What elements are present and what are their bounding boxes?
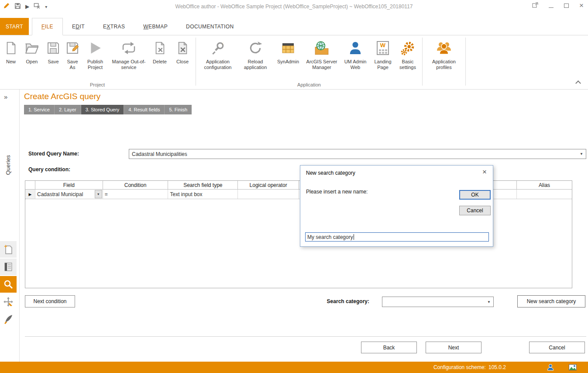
dialog-close-icon[interactable]: × [482,169,487,176]
new-query-icon [3,244,13,255]
status-map-icon[interactable] [569,364,577,372]
ribbon-close-button[interactable]: Close [171,36,194,66]
window-controls: × [532,2,584,10]
stored-query-name-combobox[interactable]: Cadastral Municipalities ▼ [129,149,586,159]
dialog-cancel-button[interactable]: Cancel [459,206,491,215]
wizard-step-stored-query[interactable]: 3. Stored Query [81,105,124,114]
ribbon-divider [196,38,196,86]
grid-header-marker [25,181,35,189]
sidebar-search-tool-button[interactable] [0,276,17,293]
ribbon-synadmin-button[interactable]: SynAdmin [273,36,303,66]
cell-search-field-type[interactable]: Text input box [168,190,238,199]
out-of-service-icon[interactable] [34,3,41,11]
chevron-down-icon[interactable]: ▼ [487,300,491,304]
status-bar: Configuration scheme: 105.0.2 [0,362,588,373]
ribbon-basic-settings-button[interactable]: Basic settings [395,36,420,71]
ribbon-save-as-button[interactable]: Save As [64,36,81,71]
next-button[interactable]: Next [426,342,481,353]
cell-condition[interactable]: = [103,190,168,199]
sidebar-new-query-button[interactable] [0,241,17,258]
ribbon-reload-application-button[interactable]: Reload application [238,36,273,71]
minimize-icon[interactable] [549,7,554,8]
dialog-ok-button[interactable]: OK [459,190,491,200]
ribbon-um-admin-web-button[interactable]: UM Admin Web [340,36,371,71]
tab-file[interactable]: FILE [32,18,63,35]
ribbon-new-button[interactable]: New [1,36,21,66]
save-as-icon [65,37,79,59]
new-name-input[interactable]: My search category [305,232,489,242]
cell-field[interactable]: Cadastral Municipal ▼ [35,190,103,199]
ribbon-group-project: New Open Save Save As Publish Project Ma… [0,35,195,89]
ribbon-application-profiles-button[interactable]: Application profiles [424,36,464,71]
close-document-icon [176,37,189,59]
ribbon-manage-out-of-service-button[interactable]: Manage Out-of-service [109,36,148,71]
wizard-step-layer[interactable]: 2. Layer [55,105,81,114]
cell-logical-operator[interactable] [238,190,299,199]
sidebar: » Queries [0,90,20,362]
query-condition-label: Query condition: [28,166,70,173]
next-condition-button[interactable]: Next condition [25,295,75,307]
tab-extras[interactable]: EXTRAS [94,18,134,35]
ribbon-arcgis-server-manager-button[interactable]: ArcGIS Server Manager [303,36,340,71]
grid-header-alias[interactable]: Alias [517,181,572,189]
edit-pen-icon[interactable] [3,2,10,11]
ribbon-publish-project-button[interactable]: Publish Project [81,36,109,71]
arcgis-globe-icon [314,37,330,59]
quill-pen-icon [3,314,13,325]
popout-window-icon[interactable] [532,2,538,10]
chevron-down-icon: ▼ [97,193,100,196]
expand-panel-icon[interactable]: » [4,93,7,100]
dialog-prompt: Please insert a new name: [306,189,368,195]
ribbon-open-button[interactable]: Open [21,36,43,66]
cancel-button[interactable]: Cancel [529,342,585,353]
title-bar: ▶ ▾ WebOffice author - WebOffice Sample … [0,0,588,13]
back-button[interactable]: Back [361,342,417,353]
wizard-step-result-fields[interactable]: 4. Result fields [124,105,165,114]
tab-webmap[interactable]: WEBMAP [134,18,177,35]
grid-header-field[interactable]: Field [35,181,103,189]
sidebar-toolbar [0,241,17,328]
ribbon-delete-button[interactable]: Delete [148,36,171,66]
ribbon-save-button[interactable]: Save [43,36,64,66]
tab-edit[interactable]: EDIT [63,18,94,35]
grid-header-search-field-type[interactable]: Search field type [168,181,238,189]
ribbon-group-profiles: Application profiles [423,35,464,89]
window-title: WebOffice author - WebOffice Sample Proj… [87,3,501,10]
notebook-icon [3,262,13,272]
configuration-scheme-label: Configuration scheme: [433,364,486,370]
chevron-down-icon[interactable]: ▼ [580,152,583,156]
search-category-label: Search category: [299,298,369,304]
ribbon-group-label-application: Application [198,82,420,89]
status-user-icon[interactable] [547,364,554,373]
tab-start[interactable]: START [0,18,29,35]
grid-header-logical-operator[interactable]: Logical operator [238,181,299,189]
ribbon-landing-page-button[interactable]: W Landing Page [371,36,395,71]
publish-play-icon [88,37,103,59]
row-marker-icon: ▶ [29,192,32,197]
synadmin-table-icon [281,37,296,59]
configuration-scheme-value: 105.0.2 [488,364,506,370]
gears-settings-icon [400,37,415,59]
publish-play-icon[interactable]: ▶ [25,3,29,10]
grid-header-condition[interactable]: Condition [103,181,168,189]
maximize-icon[interactable] [564,3,569,8]
sidebar-query-list-button[interactable] [0,259,17,275]
new-search-category-button[interactable]: New search category [517,295,585,307]
sidebar-quill-button[interactable] [0,311,17,328]
field-dropdown-button[interactable]: ▼ [95,190,102,198]
wizard-step-service[interactable]: 1. Service [24,105,55,114]
save-icon[interactable] [14,3,21,11]
wizard-step-finish[interactable]: 5. Finish [165,105,192,114]
qat-menu-caret-icon[interactable]: ▾ [45,4,47,9]
new-document-icon [4,37,17,59]
tab-documentation[interactable]: DOCUMENTATION [177,18,243,35]
save-floppy-icon [46,37,60,59]
ribbon-application-configuration-button[interactable]: Application configuration [198,36,238,71]
sidebar-move-edit-button[interactable] [0,294,17,310]
collapse-ribbon-icon[interactable] [575,80,581,86]
ribbon-group-label-profiles [424,87,464,89]
cell-alias[interactable] [517,190,572,199]
close-window-icon[interactable]: × [579,3,584,9]
search-category-combobox[interactable]: ▼ [382,297,494,307]
dialog-title: New search category [306,170,355,176]
